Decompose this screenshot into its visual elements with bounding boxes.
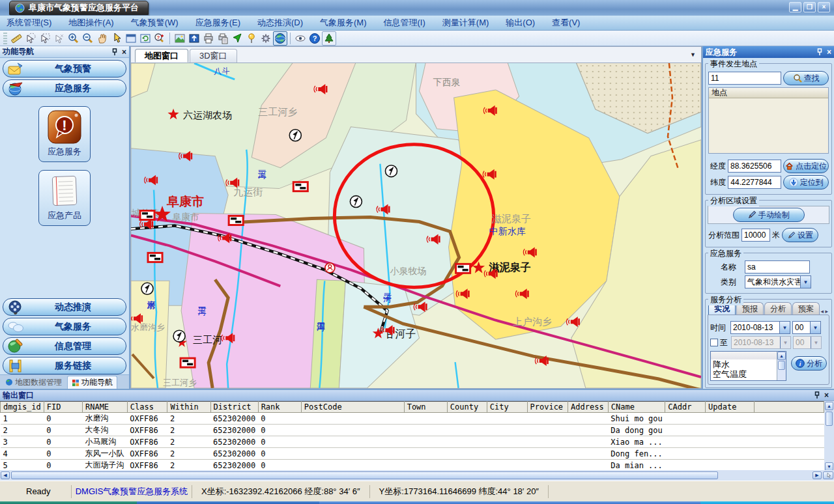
latitude-input[interactable] bbox=[728, 176, 781, 189]
output-column-header[interactable]: Town bbox=[404, 402, 447, 413]
print-icon[interactable] bbox=[201, 31, 216, 46]
output-column-header[interactable]: Provice bbox=[527, 402, 568, 413]
measure-ruler-icon[interactable] bbox=[9, 31, 23, 46]
table-row[interactable]: 30小马厩沟OXFF8626523020000Xiao ma ... bbox=[1, 436, 824, 448]
minimize-button[interactable]: ▁ bbox=[789, 2, 801, 12]
hscroll-thumb[interactable] bbox=[11, 471, 718, 479]
menu-output[interactable]: 输出(O) bbox=[506, 17, 535, 29]
location-list[interactable]: 地点 bbox=[708, 87, 829, 154]
toolbar-grip[interactable] bbox=[3, 33, 7, 44]
to-checkbox[interactable] bbox=[710, 339, 718, 346]
refresh-map-icon[interactable] bbox=[138, 31, 152, 46]
map-canvas[interactable]: 六运湖农场三工河乡下西泉八斗九运街阜康市城关镇阜康市滋泥泉子中新水库滋泥泉子小泉… bbox=[131, 63, 701, 388]
chevron-down-icon[interactable]: ▼ bbox=[811, 337, 821, 348]
scroll-up-icon[interactable]: ▲ bbox=[825, 402, 833, 410]
menu-system[interactable]: 系统管理(S) bbox=[7, 17, 51, 29]
pointer-icon[interactable] bbox=[109, 31, 124, 46]
menu-map-operation[interactable]: 地图操作(A) bbox=[68, 17, 113, 29]
service-type-select[interactable]: 气象和洪水灾害 ▼ bbox=[745, 275, 811, 288]
tab-plan[interactable]: 预案 bbox=[792, 302, 820, 315]
sidebar-item-dynamic-deduction[interactable]: 动态推演 bbox=[3, 298, 126, 316]
pin-icon[interactable] bbox=[816, 48, 823, 56]
close-icon[interactable]: × bbox=[824, 392, 829, 399]
export-map-icon[interactable] bbox=[187, 31, 201, 46]
output-column-header[interactable]: CName bbox=[608, 402, 665, 413]
scroll-left-icon[interactable]: ◀ bbox=[1, 471, 10, 479]
tab-3d-window[interactable]: 3D窗口 bbox=[190, 49, 237, 63]
output-vscrollbar[interactable]: ▲ ▼ bbox=[824, 401, 834, 471]
output-column-header[interactable]: Address bbox=[568, 402, 609, 413]
legend-tree-icon[interactable] bbox=[322, 31, 336, 46]
table-row[interactable]: 10水磨沟OXFF8626523020000Shui mo gou bbox=[1, 413, 824, 425]
output-column-header[interactable]: PostCode bbox=[301, 402, 404, 413]
chevron-down-icon[interactable]: ▼ bbox=[810, 322, 820, 333]
scroll-right-icon[interactable]: ▶ bbox=[812, 471, 822, 479]
close-icon[interactable]: × bbox=[827, 49, 831, 55]
output-column-header[interactable]: FID bbox=[44, 402, 82, 413]
table-row[interactable]: 20大冬沟OXFF8626523020000Da dong gou bbox=[1, 425, 824, 436]
element-list[interactable]: 降水 空气温度 ▲ bbox=[710, 351, 786, 381]
menu-emergency-service[interactable]: 应急服务(E) bbox=[195, 17, 240, 29]
emergency-service-button[interactable]: ! 应急服务 bbox=[38, 106, 91, 162]
menu-measure-calc[interactable]: 测量计算(M) bbox=[442, 17, 489, 29]
menu-weather-warning[interactable]: 气象预警(W) bbox=[131, 17, 179, 29]
globe-tool-icon[interactable] bbox=[273, 31, 287, 46]
location-list-body[interactable] bbox=[709, 98, 828, 153]
output-column-header[interactable]: County bbox=[447, 402, 487, 413]
hour2-select[interactable]: 00 ▼ bbox=[793, 336, 822, 349]
output-column-header[interactable]: CAddr bbox=[665, 402, 706, 413]
output-column-header[interactable]: Class bbox=[127, 402, 167, 413]
analyze-button[interactable]: i 分析 bbox=[791, 356, 827, 371]
list-item[interactable]: 空气温度 bbox=[711, 369, 786, 379]
output-column-header[interactable]: Within bbox=[167, 402, 210, 413]
corner-pointer-icon[interactable] bbox=[823, 471, 833, 479]
tab-analysis[interactable]: 分析 bbox=[764, 302, 792, 315]
full-extent-icon[interactable] bbox=[124, 31, 138, 46]
output-column-header[interactable]: Update bbox=[706, 402, 755, 413]
date-select[interactable]: 2010-08-13 ▼ bbox=[730, 321, 790, 334]
sidebar-item-weather-warning[interactable]: 气象预警 bbox=[3, 60, 126, 77]
chevron-down-icon[interactable]: ▼ bbox=[779, 322, 790, 333]
list-item-faded[interactable] bbox=[711, 352, 786, 359]
help-icon[interactable]: ? bbox=[308, 31, 322, 46]
select-polygon-icon[interactable] bbox=[23, 31, 38, 46]
close-button[interactable]: × bbox=[818, 2, 830, 12]
table-row[interactable]: 50大面场子沟OXFF8626523020000Da mian ... bbox=[1, 460, 824, 471]
print-preview-icon[interactable] bbox=[216, 31, 230, 46]
zoom-in-icon[interactable] bbox=[66, 31, 81, 46]
service-name-input[interactable] bbox=[745, 260, 810, 273]
identify-icon[interactable]: ? bbox=[152, 31, 167, 46]
search-button[interactable]: 查找 bbox=[783, 71, 829, 85]
list-item[interactable]: 降水 bbox=[711, 359, 786, 369]
eye-visibility-icon[interactable] bbox=[293, 31, 308, 46]
select-rect-icon[interactable] bbox=[38, 31, 52, 46]
range-input[interactable] bbox=[741, 229, 770, 242]
menu-dynamic-deduction[interactable]: 动态推演(D) bbox=[257, 17, 303, 29]
tab-map-data-management[interactable]: 地图数据管理 bbox=[1, 376, 66, 389]
longitude-input[interactable] bbox=[728, 160, 781, 173]
sidebar-item-weather-service[interactable]: 气象服务 bbox=[3, 318, 126, 335]
menu-view[interactable]: 查看(V) bbox=[552, 17, 580, 29]
maximize-button[interactable]: ❐ bbox=[803, 2, 816, 12]
manual-draw-button[interactable]: 手动绘制 bbox=[733, 208, 805, 222]
menu-weather-service[interactable]: 气象服务(M) bbox=[320, 17, 367, 29]
list-scrollbar[interactable]: ▲ bbox=[777, 352, 786, 380]
select-feature-arrow-icon[interactable] bbox=[230, 31, 244, 46]
output-column-header[interactable]: RNAME bbox=[82, 402, 127, 413]
sidebar-item-service-links[interactable]: 服务链接 bbox=[3, 357, 126, 374]
range-set-button[interactable]: 设置 bbox=[782, 228, 818, 242]
tab-function-nav[interactable]: 功能导航 bbox=[67, 376, 117, 389]
output-column-header[interactable]: dmgis_id bbox=[1, 402, 44, 413]
table-row[interactable]: 40东风一小队OXFF8626523020000Dong fen... bbox=[1, 448, 824, 460]
menu-info-management[interactable]: 信息管理(I) bbox=[384, 17, 425, 29]
chevron-down-icon[interactable]: ▼ bbox=[780, 337, 790, 348]
output-column-header[interactable]: Rank bbox=[258, 402, 301, 413]
pan-hand-icon[interactable] bbox=[95, 31, 109, 46]
click-locate-button[interactable]: 点击定位 bbox=[783, 159, 829, 173]
tab-map-window[interactable]: 地图窗口 bbox=[135, 49, 188, 63]
pin-icon[interactable] bbox=[814, 391, 820, 399]
map-tab-dropdown-icon[interactable]: ▼ bbox=[690, 51, 696, 58]
zoom-out-icon[interactable] bbox=[81, 31, 95, 46]
sidebar-item-info-management[interactable]: 信息管理 bbox=[3, 337, 126, 355]
locate-to-button[interactable]: 定位到 bbox=[783, 175, 829, 189]
